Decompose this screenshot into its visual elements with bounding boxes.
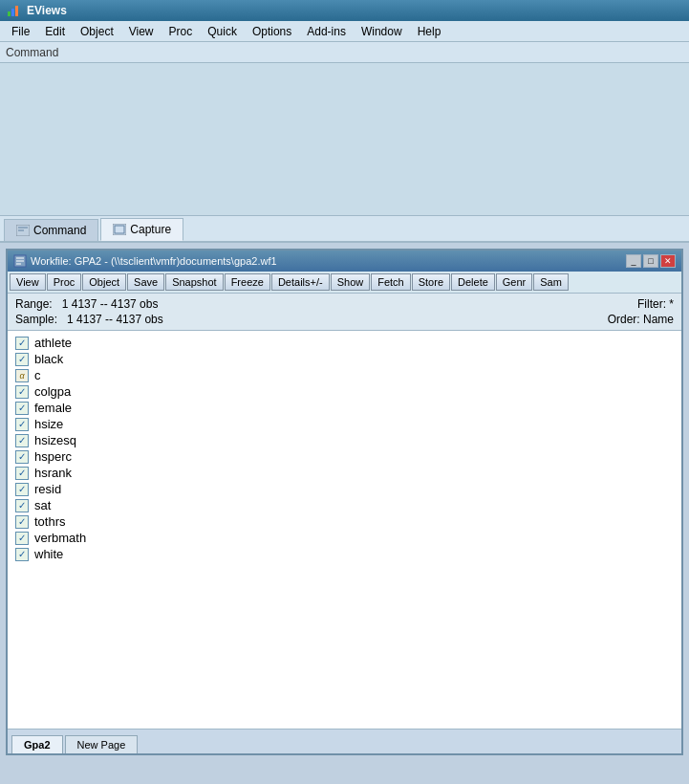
var-name: female	[34, 401, 72, 415]
var-item[interactable]: ✓hsizesq	[15, 432, 674, 448]
svg-rect-0	[8, 11, 11, 16]
tab-command[interactable]: Command	[4, 219, 98, 241]
sample-value: 1 4137 -- 4137 obs	[67, 313, 163, 326]
var-item[interactable]: ✓athlete	[15, 335, 674, 351]
var-name: hsperc	[34, 449, 72, 464]
workfile-bottom-tabs: Gpa2 New Page	[8, 729, 681, 753]
capture-tab-icon	[113, 224, 126, 235]
panel-tabs: Command Capture	[0, 216, 689, 243]
var-checkbox: ✓	[15, 515, 29, 529]
menu-view[interactable]: View	[121, 23, 161, 40]
wf-store-button[interactable]: Store	[412, 273, 450, 291]
app-icon	[6, 3, 21, 18]
wf-sam-button[interactable]: Sam	[533, 273, 569, 291]
var-item[interactable]: ✓white	[15, 546, 674, 562]
wf-fetch-button[interactable]: Fetch	[371, 273, 411, 291]
menu-proc[interactable]: Proc	[161, 23, 201, 40]
range-value: 1 4137 -- 4137 obs	[62, 297, 159, 311]
sample-label: Sample:	[15, 313, 57, 326]
app-title: EViews	[27, 4, 67, 17]
tab-capture-label: Capture	[130, 223, 171, 236]
range-row: Range: 1 4137 -- 4137 obs Filter: *	[15, 297, 674, 311]
var-checkbox: ✓	[15, 418, 29, 431]
wf-tab-newpage-label: New Page	[77, 739, 126, 751]
var-checkbox: ✓	[15, 483, 29, 496]
wf-tab-gpa2-label: Gpa2	[24, 739, 51, 751]
wf-tab-newpage[interactable]: New Page	[65, 735, 139, 753]
var-name: hsizesq	[34, 433, 76, 447]
var-name: tothrs	[34, 514, 66, 529]
wf-snapshot-button[interactable]: Snapshot	[165, 273, 223, 291]
workfile-toolbar: View Proc Object Save Snapshot Freeze De…	[8, 272, 681, 294]
var-item[interactable]: ✓hsperc	[15, 448, 674, 465]
menu-addins[interactable]: Add-ins	[299, 23, 354, 40]
var-name: resid	[34, 482, 61, 496]
var-checkbox: ✓	[15, 467, 29, 480]
var-name: hsize	[34, 417, 63, 431]
svg-rect-1	[11, 9, 14, 16]
range-text: Range: 1 4137 -- 4137 obs	[15, 297, 158, 311]
title-bar: EViews	[0, 0, 689, 21]
var-name: white	[34, 547, 63, 561]
var-item[interactable]: ✓colgpa	[15, 383, 674, 400]
var-checkbox: α	[15, 369, 29, 382]
var-name: verbmath	[34, 531, 86, 545]
command-label: Command	[6, 46, 58, 59]
var-name: black	[34, 352, 63, 366]
wf-object-button[interactable]: Object	[82, 273, 126, 291]
maximize-button[interactable]: □	[643, 254, 658, 268]
var-item[interactable]: ✓hsize	[15, 416, 674, 432]
var-name: c	[34, 368, 41, 382]
var-item[interactable]: ✓tothrs	[15, 513, 674, 530]
menu-help[interactable]: Help	[410, 23, 449, 40]
wf-tab-gpa2[interactable]: Gpa2	[11, 735, 63, 753]
var-checkbox: ✓	[15, 385, 29, 399]
menu-quick[interactable]: Quick	[200, 23, 245, 40]
range-label: Range:	[15, 297, 53, 311]
var-checkbox: ✓	[15, 450, 29, 464]
menu-object[interactable]: Object	[73, 23, 121, 40]
wf-save-button[interactable]: Save	[127, 273, 164, 291]
menu-options[interactable]: Options	[245, 23, 299, 40]
var-item[interactable]: ✓resid	[15, 481, 674, 497]
range-sample-panel: Range: 1 4137 -- 4137 obs Filter: * Samp…	[8, 294, 681, 331]
wf-details-button[interactable]: Details+/-	[271, 273, 330, 291]
wf-freeze-button[interactable]: Freeze	[225, 273, 270, 291]
menu-window[interactable]: Window	[354, 23, 410, 40]
wf-delete-button[interactable]: Delete	[451, 273, 495, 291]
sample-row: Sample: 1 4137 -- 4137 obs Order: Name	[15, 313, 674, 326]
order-text: Order: Name	[608, 313, 674, 326]
main-area	[0, 63, 689, 216]
var-item[interactable]: ✓hsrank	[15, 465, 674, 481]
wf-proc-button[interactable]: Proc	[47, 273, 82, 291]
var-name: hsrank	[34, 466, 72, 480]
var-item[interactable]: αc	[15, 367, 674, 383]
var-item[interactable]: ✓verbmath	[15, 530, 674, 546]
tab-command-label: Command	[33, 224, 86, 237]
var-item[interactable]: ✓black	[15, 351, 674, 367]
var-name: sat	[34, 498, 51, 512]
workfile-title: Workfile: GPA2 - (\\tsclient\vmfr)docume…	[31, 255, 277, 267]
wf-view-button[interactable]: View	[10, 273, 46, 291]
var-name: colgpa	[34, 384, 71, 399]
close-button[interactable]: ✕	[660, 254, 676, 268]
minimize-button[interactable]: _	[626, 254, 641, 268]
workfile-icon	[13, 254, 27, 268]
var-checkbox: ✓	[15, 402, 29, 415]
var-item[interactable]: ✓female	[15, 400, 674, 416]
workfile-window: Workfile: GPA2 - (\\tsclient\vmfr)docume…	[6, 249, 683, 755]
workfile-titlebar: Workfile: GPA2 - (\\tsclient\vmfr)docume…	[8, 250, 681, 272]
variable-list[interactable]: ✓athlete✓blackαc✓colgpa✓female✓hsize✓hsi…	[8, 331, 681, 729]
menu-edit[interactable]: Edit	[37, 23, 73, 40]
var-checkbox: ✓	[15, 337, 29, 350]
var-item[interactable]: ✓sat	[15, 497, 674, 513]
window-controls: _ □ ✕	[626, 254, 676, 268]
sample-text: Sample: 1 4137 -- 4137 obs	[15, 313, 163, 326]
wf-genr-button[interactable]: Genr	[496, 273, 532, 291]
menu-bar: File Edit Object View Proc Quick Options…	[0, 21, 689, 42]
wf-show-button[interactable]: Show	[331, 273, 371, 291]
var-name: athlete	[34, 336, 72, 350]
tab-capture[interactable]: Capture	[100, 218, 183, 241]
var-checkbox: ✓	[15, 548, 29, 561]
menu-file[interactable]: File	[4, 23, 37, 40]
